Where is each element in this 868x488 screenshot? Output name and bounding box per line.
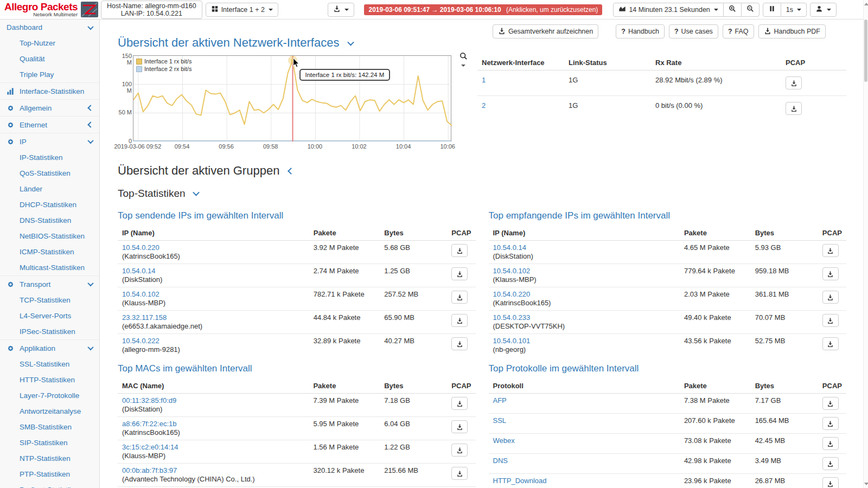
scrollbar-thumb[interactable] [864,20,867,82]
pcap-download-button[interactable] [822,314,839,327]
use-cases-button[interactable]: ?Use cases [669,24,718,38]
entity-link[interactable]: 10.54.0.14 [493,243,526,252]
sidebar-item-tcp-statistiken[interactable]: TCP-Statistiken [0,292,99,308]
entity-link[interactable]: SSL [493,416,507,425]
sidebar-item-netbios-statistiken[interactable]: NetBIOS-Statistiken [0,228,99,244]
sidebar-item-ip[interactable]: IP [0,133,99,150]
sidebar-item-layer-7-protokolle[interactable]: Layer-7-Protokolle [0,388,99,403]
entity-link[interactable]: 00:11:32:85:f0:d9 [122,396,176,404]
download-menu-button[interactable] [328,3,354,17]
entity-link[interactable]: a8:66:7f:22:ec:1b [122,420,176,428]
pcap-download-button[interactable] [822,437,839,450]
pcap-download-button[interactable] [451,267,468,280]
pcap-download-button[interactable] [822,477,839,488]
sidebar-item-ip-statistiken[interactable]: IP-Statistiken [0,150,99,165]
pcap-download-button[interactable] [822,337,839,350]
entity-link[interactable]: Webex [493,436,515,445]
pcap-download-button[interactable] [822,457,839,470]
entity-link[interactable]: 10.54.0.233 [493,313,531,322]
pcap-download-button[interactable] [786,102,802,115]
sidebar-item-icmp-statistiken[interactable]: ICMP-Statistiken [0,244,99,260]
sidebar-item-ntp-statistiken[interactable]: NTP-Statistiken [0,451,99,466]
zoom-out-button[interactable] [741,3,760,17]
page-scrollbar[interactable] [863,0,868,488]
pcap-download-button[interactable] [451,420,468,433]
entity-link[interactable]: HTTP_Download [493,477,547,485]
time-range-badge[interactable]: 2019-03-06 09:51:47 → 2019-03-06 10:06:1… [364,4,602,15]
pcap-download-button[interactable] [822,267,839,280]
entity-link[interactable]: 23.32.117.158 [122,313,167,322]
interface-link[interactable]: 2 [482,101,486,110]
pcap-download-button[interactable] [822,291,839,304]
entity-link[interactable]: 10.54.0.220 [122,243,159,252]
pcap-download-button[interactable] [451,314,468,327]
sidebar-item-dns-statistiken[interactable]: DNS-Statistiken [0,213,99,228]
sidebar-item-interface-statistiken[interactable]: Interface-Statistiken [0,82,99,99]
pcap-download-button[interactable] [451,244,468,257]
pause-button[interactable] [763,3,781,17]
entity-link[interactable]: 00:0b:ab:7f:b3:97 [122,466,177,474]
sidebar-item-transport[interactable]: Transport [0,275,99,292]
section-title-groups[interactable]: Übersicht der aktiven Gruppen [118,164,846,178]
chart-zoom-control[interactable] [458,52,468,68]
entity-link[interactable]: 3c:15:c2:e0:14:14 [122,443,178,451]
sidebar-item-triple-play[interactable]: Triple Play [0,67,99,82]
interface-table-header: Netzwerk-Interface [477,55,564,70]
section-title-interfaces[interactable]: Übersicht der aktiven Netzwerk-Interface… [118,20,353,50]
pcap-download-button[interactable] [451,337,468,350]
scrollbar-up-arrow-icon[interactable] [864,3,868,5]
pcap-download-button[interactable] [451,291,468,304]
pcap-download-button[interactable] [451,467,468,480]
interface-link[interactable]: 1 [482,76,486,84]
sidebar-item-ptp-statistiken[interactable]: PTP-Statistiken [0,466,99,482]
sidebar-item-multicast-statistiken[interactable]: Multicast-Statistiken [0,260,99,275]
pcap-download-button[interactable] [822,417,839,430]
scrollbar-down-arrow-icon[interactable] [864,483,868,485]
user-menu-button[interactable] [810,3,837,17]
refresh-interval-button[interactable]: 1s [781,3,807,17]
entity-link[interactable]: DNS [493,457,508,465]
entity-link[interactable]: 10.54.0.102 [493,267,531,275]
sidebar-item-antwortzeitanalyse[interactable]: Antwortzeitanalyse [0,403,99,419]
sidebar-item-qos-statistiken[interactable]: QoS-Statistiken [0,165,99,181]
pcap-download-button[interactable] [786,76,802,89]
chart-plot-area[interactable]: Interface 1 rx bit/sInterface 2 rx bit/s… [133,55,451,141]
entity-link[interactable]: 10.54.0.220 [493,290,531,298]
pcap-download-button[interactable] [451,397,468,410]
entity-link[interactable]: 10.54.0.101 [493,337,531,345]
caret-down-icon [714,9,718,11]
gesamtverkehr-aufzeichnen-button[interactable]: Gesamtverkehr aufzeichnen [493,24,598,38]
pcap-download-button[interactable] [822,244,839,257]
entity-link[interactable]: 10.54.0.102 [122,290,159,298]
handbuch-pdf-button[interactable]: Handbuch PDF [758,24,826,38]
sidebar-item-label: Qualität [20,55,45,63]
interfaces-chart[interactable]: 050 M100 M150 MInterface 1 rx bit/sInter… [118,53,468,153]
sidebar-item-länder[interactable]: Länder [0,181,99,197]
entity-link[interactable]: 10.54.0.14 [122,267,155,275]
sidebar-item-http-statistiken[interactable]: HTTP-Statistiken [0,372,99,388]
sidebar-item-ethernet[interactable]: Ethernet [0,116,99,133]
sidebar-item-profinet-statistiken[interactable]: Profinet-Statistiken [0,482,99,488]
entity-link[interactable]: AFP [493,396,507,404]
pcap-download-button[interactable] [451,444,468,457]
sidebar-item-top-nutzer[interactable]: Top-Nutzer [0,35,99,51]
sidebar-item-dashboard[interactable]: Dashboard [0,20,99,35]
top-receivers-title: Top empfangende IPs im gewählten Interva… [489,210,847,221]
sidebar-item-allgemein[interactable]: Allgemein [0,99,99,116]
sidebar-item-ssl-statistiken[interactable]: SSL-Statistiken [0,356,99,372]
faq-button[interactable]: ?FAQ [723,24,754,38]
section-title-top-stats[interactable]: Top-Statistiken [118,188,846,200]
zoom-in-button[interactable] [723,3,742,17]
entity-link[interactable]: 10.54.0.222 [122,337,159,345]
sidebar-item-ipsec-statistiken[interactable]: IPSec-Statistiken [0,324,99,339]
sidebar-item-l4-server-ports[interactable]: L4-Server-Ports [0,308,99,324]
sidebar-item-sip-statistiken[interactable]: SIP-Statistiken [0,435,99,451]
sidebar-item-smb-statistiken[interactable]: SMB-Statistiken [0,419,99,435]
pcap-download-button[interactable] [822,397,839,410]
sidebar-item-dhcp-statistiken[interactable]: DHCP-Statistiken [0,197,99,213]
interface-selector-button[interactable]: Interface 1 + 2 [206,3,278,17]
sidebar-item-qualität[interactable]: Qualität [0,51,99,67]
handbuch-button[interactable]: ?Handbuch [616,24,665,38]
sidebar-item-applikation[interactable]: Applikation [0,339,99,356]
duration-button[interactable]: 14 Minuten 23.1 Sekunden [613,3,723,17]
